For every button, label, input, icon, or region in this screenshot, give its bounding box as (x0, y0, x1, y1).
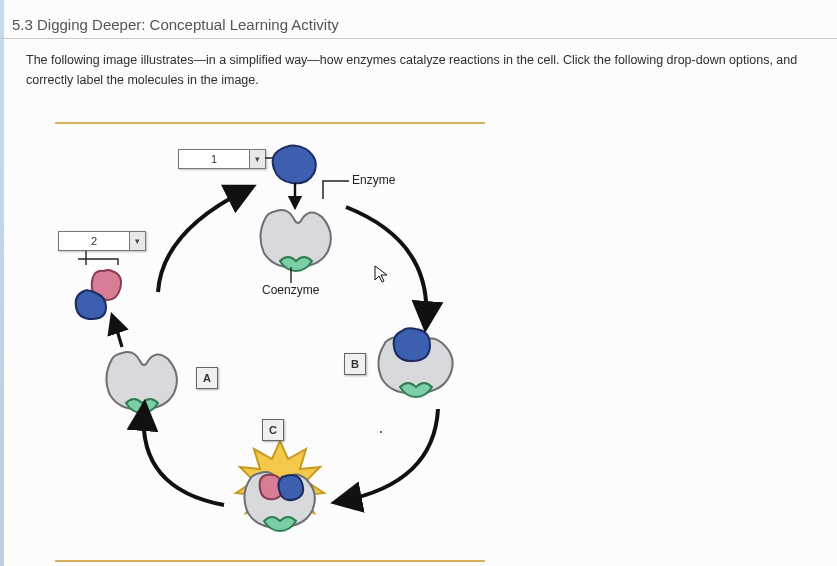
cycle-arrow-a-to-top (150, 180, 260, 300)
arrow-products-release (108, 317, 128, 351)
substrate-shape (268, 143, 320, 187)
figure-bottom-rule (55, 560, 485, 562)
leader-enzyme (323, 181, 351, 203)
cycle-arrow-b-to-c (330, 405, 450, 515)
enzyme-stage-b (370, 325, 462, 403)
activity-instructions: The following image illustrates—in a sim… (26, 50, 819, 90)
dropdown-1[interactable]: 1 ▾ (178, 149, 266, 169)
page-left-accent (0, 0, 4, 566)
figure-top-rule (55, 122, 485, 124)
label-enzyme: Enzyme (352, 173, 395, 187)
dropdown-1-value: 1 (178, 149, 249, 169)
dropdown-1-button[interactable]: ▾ (249, 149, 266, 169)
enzyme-stage-c (220, 435, 340, 545)
label-coenzyme: Coenzyme (262, 283, 319, 297)
marker-a[interactable]: A (196, 367, 218, 389)
stray-dot (380, 431, 382, 433)
marker-b[interactable]: B (344, 353, 366, 375)
enzyme-cycle-diagram: 1 ▾ Enzyme Coenzyme (40, 125, 520, 555)
dropdown-2-value: 2 (58, 231, 129, 251)
section-divider (0, 38, 837, 39)
dropdown-2-button[interactable]: ▾ (129, 231, 146, 251)
cycle-arrow-top-to-b (340, 201, 450, 331)
mouse-cursor-icon (374, 265, 388, 286)
section-title: 5.3 Digging Deeper: Conceptual Learning … (12, 16, 339, 33)
enzyme-free (254, 205, 338, 275)
leader-coenzyme (290, 267, 292, 283)
products-shapes (70, 265, 140, 325)
marker-c[interactable]: C (262, 419, 284, 441)
activity-page: 5.3 Digging Deeper: Conceptual Learning … (0, 0, 837, 566)
dropdown-2[interactable]: 2 ▾ (58, 231, 146, 251)
cycle-arrow-c-to-a (128, 405, 238, 515)
